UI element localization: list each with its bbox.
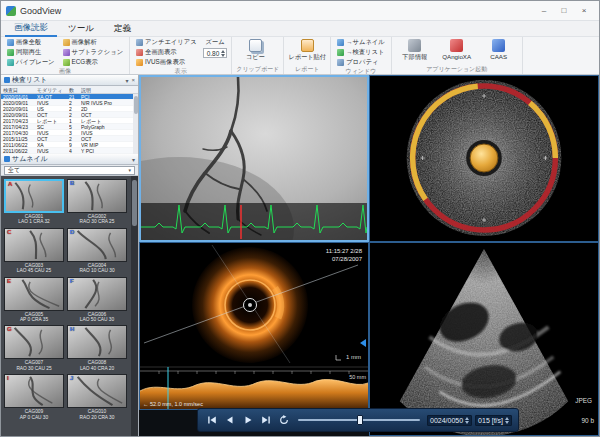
echo-rate-label: 90 b bbox=[582, 417, 595, 424]
thumbnail-item[interactable]: I CAG009AP 0 CAU 30 bbox=[4, 374, 64, 420]
thumbnail-item[interactable]: J CAG010RAO 20 CRA 30 bbox=[67, 374, 127, 420]
playbar-slider-thumb[interactable] bbox=[357, 415, 363, 425]
thumbnail-filter-row: 全て ▾ bbox=[1, 165, 138, 176]
subtraction-icon bbox=[63, 49, 70, 56]
image-general-button[interactable]: 画像全般 bbox=[5, 38, 57, 47]
subtraction-button[interactable]: サブトラクション bbox=[61, 48, 126, 57]
ecg-display-button[interactable]: ECG表示 bbox=[61, 58, 126, 67]
pipeline-button[interactable]: パイプレーン bbox=[5, 58, 57, 67]
qangio-app-button[interactable]: QAngioXA bbox=[438, 38, 476, 60]
ribbon-toolbar: 画像全般 同期再生 パイプレーン 画像解析 サブトラクション ECG表示 画像 … bbox=[1, 37, 599, 75]
skip-end-button[interactable] bbox=[258, 413, 273, 427]
thumbnail-item[interactable]: H CAG008LAO 40 CRA 20 bbox=[67, 325, 127, 371]
oct-viewport[interactable]: 11:15:27 2/28 07/28/2007 1 mm 5 bbox=[139, 242, 369, 410]
thumbnail-grid: A CAG001LAO 1 CRA 32 B CAG002RAO 30 CRA … bbox=[4, 179, 129, 420]
exam-table-body: 2020/01/01XA,OT21PCI2020/09/01IVUS2N/R I… bbox=[1, 94, 138, 154]
caas-app-button[interactable]: CAAS bbox=[480, 38, 518, 60]
frame-spinner[interactable] bbox=[465, 417, 469, 424]
ribbon-group-image: 画像全般 同期再生 パイプレーン 画像解析 サブトラクション ECG表示 画像 bbox=[1, 37, 130, 74]
thumbnail-scrollbar[interactable] bbox=[131, 176, 138, 436]
zoom-control: ズーム 0.80 bbox=[203, 38, 228, 58]
fps-spinner[interactable] bbox=[505, 417, 509, 424]
ecg-strip bbox=[141, 203, 367, 240]
thumbnail-panel-icon bbox=[4, 156, 10, 162]
oct-date: 07/28/2007 bbox=[332, 256, 363, 262]
copy-button[interactable]: コピー bbox=[236, 38, 274, 62]
properties-button[interactable]: プロパティ bbox=[335, 58, 387, 67]
minimize-button[interactable]: – bbox=[534, 3, 554, 18]
ribbon-group-applications: 下部情報 QAngioXA CAAS アプリケーション起動 bbox=[392, 37, 523, 74]
angiogram-viewport[interactable] bbox=[139, 75, 369, 242]
thumbnail-image: I bbox=[4, 374, 64, 408]
thumbnail-item[interactable]: A CAG001LAO 1 CRA 32 bbox=[4, 179, 64, 225]
ribbon-group-label: アプリケーション起動 bbox=[396, 65, 518, 74]
menu-item-tools[interactable]: ツール bbox=[59, 22, 103, 36]
thumbnail-item[interactable]: B CAG002RAO 30 CRA 25 bbox=[67, 179, 127, 225]
info-app-button[interactable]: 下部情報 bbox=[396, 38, 434, 62]
thumbnail-item[interactable]: E CAG005AP 0 CRA 35 bbox=[4, 277, 64, 323]
thumbnail-filter-dropdown[interactable]: 全て ▾ bbox=[4, 166, 135, 175]
thumbnail-panel: A CAG001LAO 1 CRA 32 B CAG002RAO 30 CRA … bbox=[1, 176, 138, 436]
frame-counter[interactable]: 0024/0050 bbox=[427, 415, 472, 426]
ribbon-group-label: クリップボード bbox=[236, 65, 279, 74]
exam-list-icon bbox=[4, 77, 10, 83]
image-analysis-button[interactable]: 画像解析 bbox=[61, 38, 126, 47]
ivus-viewport[interactable] bbox=[369, 75, 599, 242]
panel-pin-icon[interactable]: ▾ bbox=[125, 77, 128, 84]
zoom-value-input[interactable]: 0.80 bbox=[203, 48, 228, 58]
loop-button[interactable] bbox=[276, 413, 291, 427]
oct-timestamp: 11:15:27 2/28 bbox=[326, 248, 363, 254]
sync-play-button[interactable]: 同期再生 bbox=[5, 48, 57, 57]
menu-item-reading[interactable]: 画像読影 bbox=[5, 21, 57, 37]
thumbnail-image: C bbox=[4, 228, 64, 262]
thumbnail-window-icon bbox=[337, 39, 344, 46]
left-sidebar: 検査リスト ▾× 検査日 モダリティ 数 説明 2020/01/01XA,OT2… bbox=[1, 75, 139, 436]
app-window: GoodView – □ × 画像読影 ツール 定義 画像全般 同期再生 パイプ… bbox=[0, 0, 600, 437]
window-title: GoodView bbox=[20, 6, 61, 16]
antialias-button[interactable]: アンチエイリアス bbox=[134, 38, 199, 47]
examlist-window-icon bbox=[337, 49, 344, 56]
panel-collapse-icon[interactable]: ▾ bbox=[132, 156, 135, 163]
exam-row[interactable]: 2011/06/22IVUS4Y PCI bbox=[1, 148, 138, 154]
image-viewer-area: 11:15:27 2/28 07/28/2007 1 mm 5 bbox=[139, 75, 599, 436]
ribbon-group-clipboard: コピー クリップボード bbox=[232, 37, 284, 74]
ivus-image bbox=[370, 76, 598, 241]
oct-image: 11:15:27 2/28 07/28/2007 1 mm 5 bbox=[140, 243, 368, 409]
fps-counter[interactable]: 015 [f/s] bbox=[475, 415, 512, 426]
thumbnail-item[interactable]: G CAG007RAO 30 CAU 25 bbox=[4, 325, 64, 371]
ribbon-group-display: アンチエイリアス 全画面表示 IVUS画像表示 ズーム 0.80 表示 bbox=[130, 37, 232, 74]
play-button[interactable] bbox=[240, 413, 255, 427]
panel-close-icon[interactable]: × bbox=[131, 77, 135, 84]
zoom-spinner[interactable] bbox=[221, 50, 225, 57]
thumbnail-badge: E bbox=[7, 278, 11, 284]
frame-slider[interactable] bbox=[298, 414, 420, 426]
ribbon-group-report: レポート貼付 レポート bbox=[284, 37, 331, 74]
fullscreen-button[interactable]: 全画面表示 bbox=[134, 48, 199, 57]
thumbnail-badge: H bbox=[70, 326, 74, 332]
thumbnail-item[interactable]: F CAG006LAO 50 CAU 30 bbox=[67, 277, 127, 323]
image-general-icon bbox=[7, 39, 14, 46]
exam-list-scrollbar[interactable] bbox=[133, 94, 138, 154]
play-reverse-button[interactable] bbox=[222, 413, 237, 427]
thumbnail-caption: CAG007RAO 30 CAU 25 bbox=[4, 359, 64, 371]
antialias-icon bbox=[136, 39, 143, 46]
thumbnail-item[interactable]: D CAG004RAO 10 CAU 30 bbox=[67, 228, 127, 274]
close-button[interactable]: × bbox=[574, 3, 594, 18]
ivus-view-button[interactable]: IVUS画像表示 bbox=[134, 58, 199, 67]
skip-start-button[interactable] bbox=[204, 413, 219, 427]
thumbnail-window-button[interactable]: →サムネイル bbox=[335, 38, 387, 47]
maximize-button[interactable]: □ bbox=[554, 3, 574, 18]
thumbnail-caption: CAG001LAO 1 CRA 32 bbox=[4, 213, 64, 225]
thumbnail-badge: F bbox=[70, 278, 74, 284]
echo-format-label: JPEG bbox=[575, 397, 592, 404]
thumbnail-image: H bbox=[67, 325, 127, 359]
examlist-window-button[interactable]: →検査リスト bbox=[335, 48, 387, 57]
thumbnail-caption: CAG009AP 0 CAU 30 bbox=[4, 408, 64, 420]
exam-table-header[interactable]: 検査日 モダリティ 数 説明 bbox=[1, 86, 138, 94]
menu-item-define[interactable]: 定義 bbox=[105, 22, 140, 36]
thumbnail-item[interactable]: C CAG003LAO 45 CAU 25 bbox=[4, 228, 64, 274]
echo-viewport[interactable]: JPEG 90 b bbox=[369, 242, 599, 436]
report-paste-button[interactable]: レポート貼付 bbox=[288, 38, 326, 62]
thumbnail-badge: A bbox=[8, 181, 12, 187]
thumbnail-caption: CAG005AP 0 CRA 35 bbox=[4, 311, 64, 323]
